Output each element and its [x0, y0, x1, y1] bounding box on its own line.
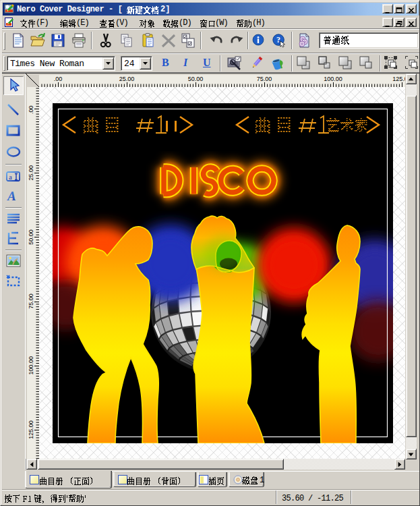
svg-text:75.00: 75.00 [28, 293, 34, 309]
svg-text:25.00: 25.00 [119, 76, 135, 82]
svg-text:100.00: 100.00 [28, 356, 34, 375]
svg-text:?: ? [276, 35, 280, 45]
svg-text:50.00: 50.00 [28, 229, 34, 245]
svg-text:50.00: 50.00 [188, 76, 204, 82]
svg-text:.00: .00 [54, 76, 63, 82]
svg-text:a: a [9, 173, 12, 181]
svg-text:A: A [7, 189, 16, 203]
svg-text:125.00: 125.00 [392, 76, 405, 82]
svg-text:25.00: 25.00 [28, 165, 34, 181]
svg-text:.00: .00 [28, 105, 34, 114]
svg-text:100.00: 100.00 [324, 76, 342, 82]
svg-text:75.00: 75.00 [257, 76, 272, 82]
svg-text:125.00: 125.00 [28, 420, 34, 439]
